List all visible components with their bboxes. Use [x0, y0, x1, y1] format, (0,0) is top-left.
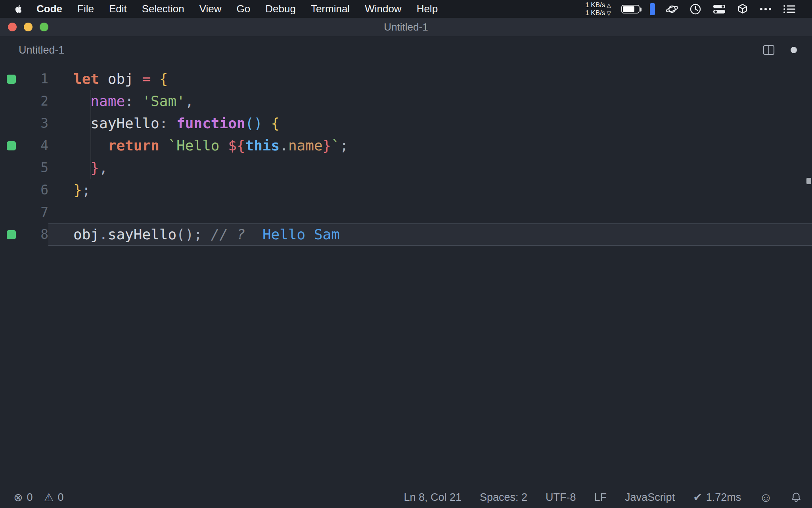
warnings-indicator[interactable]: ⚠ 0: [44, 491, 64, 504]
code-text: };: [48, 179, 812, 201]
line-number: 2: [22, 90, 48, 112]
screen: Code FileEditSelectionViewGoDebugTermina…: [0, 0, 812, 508]
menu-item-app-name[interactable]: Code: [29, 3, 70, 15]
feedback-smiley-button[interactable]: ☺: [759, 490, 772, 505]
quokka-coverage-icon: [7, 141, 16, 150]
line-number: 3: [22, 112, 48, 135]
battery-fill: [623, 6, 634, 12]
editor-lines: 1let obj = {2 name: 'Sam',3 sayHello: fu…: [0, 64, 812, 246]
cursor-position-status[interactable]: Ln 8, Col 21: [404, 491, 462, 504]
problems-summary[interactable]: ⊗ 0 ⚠ 0: [0, 491, 64, 504]
gutter-coverage-cell: [0, 223, 22, 246]
eol-status[interactable]: LF: [594, 491, 607, 504]
line-number: 6: [22, 179, 48, 201]
code-text: name: 'Sam',: [48, 90, 812, 112]
toggles-icon[interactable]: [712, 4, 726, 15]
line-number: 1: [22, 68, 48, 90]
gutter-coverage-cell: [0, 179, 22, 201]
menu-list-icon[interactable]: [783, 4, 796, 14]
line-number: 4: [22, 135, 48, 157]
window-title-bar: Untitled-1: [0, 18, 812, 36]
cube-icon[interactable]: [737, 3, 749, 15]
line-number: 8: [22, 223, 48, 246]
clock-icon[interactable]: [689, 3, 702, 15]
indent-guide: [90, 90, 91, 179]
more-icon[interactable]: [759, 7, 772, 12]
battery-nub: [640, 8, 642, 12]
macos-menu-bar: Code FileEditSelectionViewGoDebugTermina…: [0, 0, 812, 18]
quokka-time-status[interactable]: ✔ 1.72ms: [693, 491, 741, 504]
warning-icon: ⚠: [44, 491, 54, 504]
menu-item-window[interactable]: Window: [357, 3, 409, 15]
code-text: return `Hello ${this.name}`;: [48, 135, 812, 157]
line-number: 7: [22, 201, 48, 223]
code-text: },: [48, 157, 812, 179]
indicator-bar-icon[interactable]: [650, 3, 655, 15]
code-line-2[interactable]: 2 name: 'Sam',: [0, 90, 812, 112]
gutter-coverage-cell: [0, 68, 22, 90]
menu-item-file[interactable]: File: [70, 3, 102, 15]
errors-indicator[interactable]: ⊗ 0: [13, 491, 33, 504]
menu-item-debug[interactable]: Debug: [258, 3, 303, 15]
upload-arrow-icon: △: [607, 2, 611, 8]
menu-left: Code FileEditSelectionViewGoDebugTermina…: [12, 3, 445, 15]
quokka-coverage-icon: [7, 75, 16, 84]
status-bar: ⊗ 0 ⚠ 0 Ln 8, Col 21 Spaces: 2 UTF-8 LF …: [0, 487, 812, 508]
code-text: obj.sayHello(); // ? Hello Sam: [48, 223, 812, 246]
code-line-5[interactable]: 5 },: [0, 157, 812, 179]
bell-icon: [791, 492, 802, 503]
code-line-6[interactable]: 6};: [0, 179, 812, 201]
menu-items: FileEditSelectionViewGoDebugTerminalWind…: [70, 3, 445, 15]
menu-item-terminal[interactable]: Terminal: [303, 3, 357, 15]
orbit-icon[interactable]: [665, 3, 679, 15]
code-editor[interactable]: 1let obj = {2 name: 'Sam',3 sayHello: fu…: [0, 64, 812, 487]
menu-item-help[interactable]: Help: [409, 3, 445, 15]
indentation-status[interactable]: Spaces: 2: [480, 491, 527, 504]
gutter-coverage-cell: [0, 90, 22, 112]
language-mode-status[interactable]: JavaScript: [625, 491, 675, 504]
split-editor-icon[interactable]: [763, 45, 775, 55]
code-text: sayHello: function() {: [48, 112, 812, 135]
warning-count: 0: [58, 491, 64, 504]
line-number: 5: [22, 157, 48, 179]
smiley-icon: ☺: [759, 490, 772, 505]
menu-item-view[interactable]: View: [192, 3, 229, 15]
tab-bar-actions: [763, 45, 797, 55]
menu-item-edit[interactable]: Edit: [102, 3, 134, 15]
unsaved-changes-dot-icon[interactable]: [791, 47, 797, 53]
encoding-status[interactable]: UTF-8: [546, 491, 576, 504]
code-line-7[interactable]: 7: [0, 201, 812, 223]
check-icon: ✔: [693, 491, 702, 504]
code-text: [48, 201, 812, 223]
error-count: 0: [27, 491, 33, 504]
gutter-coverage-cell: [0, 112, 22, 135]
error-icon: ⊗: [13, 491, 23, 504]
notifications-bell-button[interactable]: [791, 492, 802, 503]
quokka-coverage-icon: [7, 230, 16, 239]
battery-icon[interactable]: [621, 5, 640, 13]
code-text: let obj = {: [48, 68, 812, 90]
window-title: Untitled-1: [0, 18, 812, 36]
code-line-3[interactable]: 3 sayHello: function() {: [0, 112, 812, 135]
network-speed-indicator[interactable]: 1 KB/s△ 1 KB/s▽: [585, 1, 611, 17]
code-line-1[interactable]: 1let obj = {: [0, 68, 812, 90]
menu-item-selection[interactable]: Selection: [134, 3, 192, 15]
menu-item-go[interactable]: Go: [229, 3, 258, 15]
quokka-time-value: 1.72ms: [706, 491, 741, 504]
gutter-coverage-cell: [0, 157, 22, 179]
code-line-8[interactable]: 8obj.sayHello(); // ? Hello Sam: [0, 223, 812, 246]
gutter-coverage-cell: [0, 135, 22, 157]
gutter-coverage-cell: [0, 201, 22, 223]
code-line-4[interactable]: 4 return `Hello ${this.name}`;: [0, 135, 812, 157]
apple-menu-icon[interactable]: [12, 4, 29, 14]
editor-tab-bar: Untitled-1: [0, 36, 812, 64]
download-arrow-icon: ▽: [607, 10, 611, 16]
status-bar-right: Ln 8, Col 21 Spaces: 2 UTF-8 LF JavaScri…: [404, 490, 812, 505]
tab-untitled-1[interactable]: Untitled-1: [19, 44, 65, 56]
overview-ruler-marker[interactable]: [806, 178, 811, 184]
menubar-status-icons: 1 KB/s△ 1 KB/s▽: [585, 1, 796, 17]
